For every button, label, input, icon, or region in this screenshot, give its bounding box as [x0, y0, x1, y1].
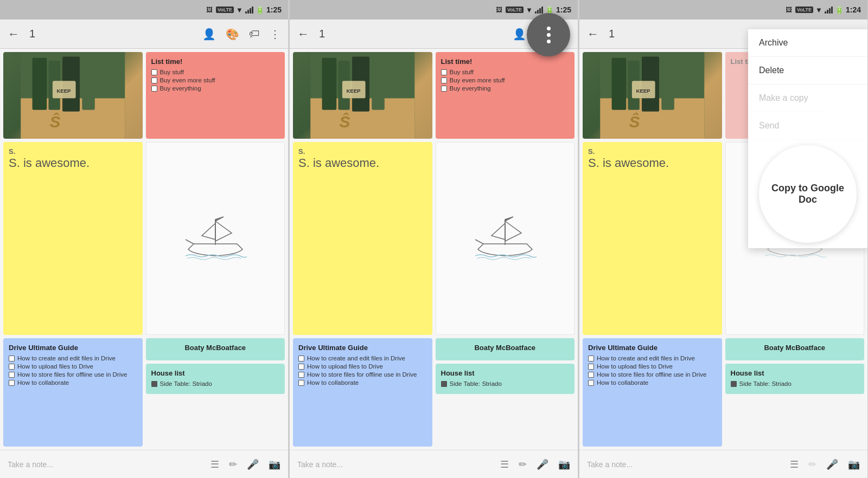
drive-text-1b: How to create and edit files in Drive — [307, 355, 405, 361]
pink-item-2: Buy even more stuff — [151, 77, 280, 83]
drive-cb-1[interactable] — [9, 356, 15, 361]
drive-cb-2c[interactable] — [588, 364, 594, 370]
drive-cb-3b[interactable] — [298, 372, 304, 378]
right-col-notes-2: Boaty McBoatface House list Side Table: … — [436, 338, 575, 447]
camera-icon-2[interactable]: 📷 — [558, 458, 570, 470]
yellow-note-3[interactable]: S. S. is awesome. — [583, 142, 722, 335]
drive-cb-4[interactable] — [9, 380, 15, 386]
pencil-icon[interactable]: ✏ — [229, 458, 237, 470]
yellow-note[interactable]: S. S. is awesome. — [3, 142, 143, 335]
label-icon[interactable]: 🏷 — [249, 28, 260, 40]
mic-icon-3[interactable]: 🎤 — [826, 458, 838, 470]
status-bar-2: 🖼 VoLTE ▼ 🔋 1:25 — [290, 0, 578, 20]
menu-item-copy-gdoc[interactable]: Copy to Google Doc — [759, 145, 857, 243]
house-title-2: House list — [441, 369, 570, 377]
drive-item-4: How to collaborate — [9, 379, 137, 386]
pencil-icon-2[interactable]: ✏ — [519, 458, 527, 470]
boaty-note-3[interactable]: Boaty McBoatface — [725, 338, 865, 360]
drive-note[interactable]: Drive Ultimate Guide How to create and e… — [3, 338, 143, 447]
photo-note-3[interactable]: Ŝ KEEP — [583, 52, 722, 139]
more-options-fab[interactable] — [527, 13, 570, 56]
pink-note[interactable]: List time! Buy stuff Buy even more stuff… — [146, 52, 285, 139]
menu-item-delete[interactable]: Delete — [748, 57, 867, 85]
mic-icon-2[interactable]: 🎤 — [537, 458, 548, 470]
bar3c — [829, 8, 831, 14]
menu-item-archive[interactable]: Archive — [748, 29, 867, 57]
checkbox-2[interactable] — [151, 77, 157, 83]
item-text-2: Buy even more stuff — [160, 77, 215, 83]
battery-icon: 🔋 — [256, 6, 264, 14]
back-button[interactable]: ← — [8, 27, 20, 41]
house-text-1: Side Table: Striado — [160, 380, 212, 387]
bottom-icons-3: ☰ ✏ 🎤 📷 — [790, 458, 860, 470]
back-button-3[interactable]: ← — [587, 27, 599, 41]
yellow-text: S. is awesome. — [9, 156, 137, 171]
house-note-3[interactable]: House list Side Table: Striado — [725, 364, 865, 394]
list-icon-2[interactable]: ☰ — [500, 458, 509, 470]
house-cb-1[interactable] — [151, 381, 157, 387]
drive-cb-2b[interactable] — [298, 364, 304, 370]
photo-note[interactable]: Ŝ KEEP — [3, 52, 143, 139]
back-button-2[interactable]: ← — [297, 27, 309, 41]
drive-cb-4c[interactable] — [588, 380, 594, 386]
ship-note[interactable] — [146, 142, 285, 335]
checkbox-2b[interactable] — [441, 77, 447, 83]
pencil-icon-3[interactable]: ✏ — [808, 458, 816, 470]
bottom-bar-3: Take a note... ☰ ✏ 🎤 📷 — [579, 450, 867, 478]
drive-note-2[interactable]: Drive Ultimate Guide How to create and e… — [293, 338, 432, 447]
person-icon-2[interactable]: 👤 — [513, 28, 526, 41]
house-note-2[interactable]: House list Side Table: Striado — [436, 364, 575, 394]
pink-note-2[interactable]: List time! Buy stuff Buy even more stuff… — [436, 52, 575, 139]
house-note[interactable]: House list Side Table: Striado — [146, 364, 285, 394]
drive-cb-4b[interactable] — [298, 380, 304, 386]
note-placeholder-2[interactable]: Take a note... — [297, 460, 500, 469]
pink-item-1: Buy stuff — [151, 69, 280, 75]
signal-bars — [245, 6, 253, 14]
list-icon[interactable]: ☰ — [210, 458, 219, 470]
svg-text:KEEP: KEEP — [56, 88, 71, 94]
item-text-1b: Buy stuff — [450, 69, 474, 75]
yellow-text-3: S. is awesome. — [588, 156, 717, 171]
drive-cb-3c[interactable] — [588, 372, 594, 378]
note-placeholder-1[interactable]: Take a note... — [8, 460, 210, 469]
list-icon-3[interactable]: ☰ — [790, 458, 799, 470]
item-text-3: Buy everything — [160, 85, 201, 92]
svg-rect-24 — [612, 58, 627, 110]
house-cb-1b[interactable] — [441, 381, 447, 387]
checkbox-1b[interactable] — [441, 69, 447, 75]
menu-item-copy[interactable]: Make a copy — [748, 85, 867, 112]
mic-icon[interactable]: 🎤 — [247, 458, 259, 470]
bar3b — [539, 8, 541, 14]
checkbox-3[interactable] — [151, 86, 157, 92]
boaty-note-2[interactable]: Boaty McBoatface — [436, 338, 575, 360]
house-item-1c: Side Table: Striado — [731, 380, 859, 387]
palette-icon[interactable]: 🎨 — [226, 28, 239, 41]
drive-note-3[interactable]: Drive Ultimate Guide How to create and e… — [583, 338, 722, 447]
menu-item-send[interactable]: Send — [748, 112, 867, 140]
bar4c — [831, 7, 833, 14]
checkbox-1[interactable] — [151, 69, 157, 75]
camera-icon-3[interactable]: 📷 — [848, 458, 860, 470]
drive-cb-1c[interactable] — [588, 356, 594, 361]
signal-icon: ▼ — [236, 6, 243, 14]
house-text-1c: Side Table: Striado — [739, 380, 792, 387]
notes-area-1: Ŝ KEEP List time! Buy stuff Buy even mor — [0, 49, 288, 450]
checkbox-3b[interactable] — [441, 86, 447, 92]
drive-cb-2[interactable] — [9, 364, 15, 370]
note-placeholder-3[interactable]: Take a note... — [587, 460, 790, 469]
house-cb-1c[interactable] — [731, 381, 737, 387]
time-display-3: 1:24 — [846, 5, 861, 14]
photo-svg-2: Ŝ KEEP — [293, 52, 432, 139]
drive-cb-1b[interactable] — [298, 356, 304, 361]
photo-note-2[interactable]: Ŝ KEEP — [293, 52, 432, 139]
more-icon[interactable]: ⋮ — [270, 28, 280, 41]
ship-svg — [183, 211, 248, 266]
item-text-1: Buy stuff — [160, 69, 184, 75]
drive-cb-3[interactable] — [9, 372, 15, 378]
camera-icon[interactable]: 📷 — [269, 458, 280, 470]
boaty-note[interactable]: Boaty McBoatface — [146, 338, 285, 360]
yellow-note-2[interactable]: S. S. is awesome. — [293, 142, 432, 335]
ship-note-2[interactable] — [436, 142, 575, 335]
person-icon[interactable]: 👤 — [202, 28, 216, 41]
battery-icon-3: 🔋 — [835, 6, 844, 14]
